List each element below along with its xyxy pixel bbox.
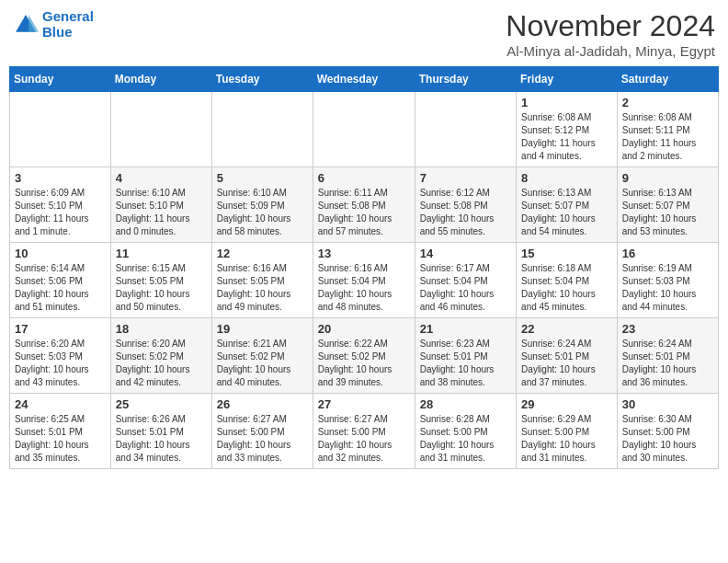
calendar-cell: 4Sunrise: 6:10 AM Sunset: 5:10 PM Daylig…: [110, 167, 211, 243]
day-number: 24: [15, 397, 106, 411]
day-info: Sunrise: 6:27 AM Sunset: 5:00 PM Dayligh…: [318, 413, 410, 465]
day-info: Sunrise: 6:08 AM Sunset: 5:11 PM Dayligh…: [622, 111, 713, 163]
calendar-cell: 25Sunrise: 6:26 AM Sunset: 5:01 PM Dayli…: [110, 394, 211, 469]
day-info: Sunrise: 6:15 AM Sunset: 5:05 PM Dayligh…: [116, 262, 207, 314]
calendar-cell: 6Sunrise: 6:11 AM Sunset: 5:08 PM Daylig…: [313, 167, 415, 243]
day-number: 21: [420, 322, 511, 336]
logo-line1: General: [42, 9, 94, 25]
calendar-cell: [211, 92, 313, 167]
calendar-cell: 17Sunrise: 6:20 AM Sunset: 5:03 PM Dayli…: [10, 318, 111, 394]
day-info: Sunrise: 6:26 AM Sunset: 5:01 PM Dayligh…: [116, 413, 207, 465]
calendar-cell: 10Sunrise: 6:14 AM Sunset: 5:06 PM Dayli…: [10, 243, 111, 318]
day-number: 2: [622, 96, 713, 109]
calendar-week-row: 3Sunrise: 6:09 AM Sunset: 5:10 PM Daylig…: [10, 167, 719, 243]
day-number: 23: [622, 322, 713, 336]
day-info: Sunrise: 6:16 AM Sunset: 5:05 PM Dayligh…: [217, 262, 308, 314]
day-info: Sunrise: 6:25 AM Sunset: 5:01 PM Dayligh…: [15, 413, 106, 465]
day-info: Sunrise: 6:22 AM Sunset: 5:02 PM Dayligh…: [318, 338, 410, 389]
location-title: Al-Minya al-Jadidah, Minya, Egypt: [506, 43, 715, 59]
day-number: 3: [15, 171, 106, 185]
day-info: Sunrise: 6:09 AM Sunset: 5:10 PM Dayligh…: [15, 187, 106, 238]
day-info: Sunrise: 6:29 AM Sunset: 5:00 PM Dayligh…: [521, 413, 612, 465]
day-info: Sunrise: 6:14 AM Sunset: 5:06 PM Dayligh…: [15, 262, 106, 314]
day-number: 16: [622, 247, 713, 260]
calendar-cell: [313, 92, 415, 167]
day-info: Sunrise: 6:10 AM Sunset: 5:09 PM Dayligh…: [217, 187, 308, 238]
day-number: 14: [420, 247, 511, 260]
day-info: Sunrise: 6:28 AM Sunset: 5:00 PM Dayligh…: [420, 413, 511, 465]
weekday-header-tuesday: Tuesday: [211, 67, 313, 92]
calendar-cell: 9Sunrise: 6:13 AM Sunset: 5:07 PM Daylig…: [617, 167, 718, 243]
day-number: 7: [420, 171, 511, 185]
day-number: 20: [318, 322, 410, 336]
calendar-cell: 16Sunrise: 6:19 AM Sunset: 5:03 PM Dayli…: [617, 243, 718, 318]
calendar-cell: 18Sunrise: 6:20 AM Sunset: 5:02 PM Dayli…: [110, 318, 211, 394]
day-info: Sunrise: 6:11 AM Sunset: 5:08 PM Dayligh…: [318, 187, 410, 238]
calendar-cell: 27Sunrise: 6:27 AM Sunset: 5:00 PM Dayli…: [313, 394, 415, 469]
calendar-cell: 29Sunrise: 6:29 AM Sunset: 5:00 PM Dayli…: [517, 394, 618, 469]
day-number: 1: [521, 96, 612, 109]
day-number: 4: [116, 171, 207, 185]
day-number: 19: [217, 322, 308, 336]
weekday-header-row: SundayMondayTuesdayWednesdayThursdayFrid…: [10, 67, 719, 92]
day-info: Sunrise: 6:20 AM Sunset: 5:02 PM Dayligh…: [116, 338, 207, 389]
day-number: 30: [622, 397, 713, 411]
calendar-cell: 23Sunrise: 6:24 AM Sunset: 5:01 PM Dayli…: [617, 318, 718, 394]
day-info: Sunrise: 6:24 AM Sunset: 5:01 PM Dayligh…: [521, 338, 612, 389]
day-number: 11: [116, 247, 207, 260]
calendar-cell: 11Sunrise: 6:15 AM Sunset: 5:05 PM Dayli…: [110, 243, 211, 318]
day-info: Sunrise: 6:30 AM Sunset: 5:00 PM Dayligh…: [622, 413, 713, 465]
calendar-week-row: 10Sunrise: 6:14 AM Sunset: 5:06 PM Dayli…: [10, 243, 719, 318]
title-block: November 2024 Al-Minya al-Jadidah, Minya…: [506, 9, 715, 59]
calendar-cell: 15Sunrise: 6:18 AM Sunset: 5:04 PM Dayli…: [517, 243, 618, 318]
calendar-week-row: 17Sunrise: 6:20 AM Sunset: 5:03 PM Dayli…: [10, 318, 719, 394]
day-number: 9: [622, 171, 713, 185]
calendar-cell: [110, 92, 211, 167]
logo: General Blue: [13, 9, 94, 40]
day-number: 12: [217, 247, 308, 260]
day-number: 29: [521, 397, 612, 411]
calendar-cell: 26Sunrise: 6:27 AM Sunset: 5:00 PM Dayli…: [211, 394, 313, 469]
calendar-cell: [10, 92, 111, 167]
calendar-cell: 1Sunrise: 6:08 AM Sunset: 5:12 PM Daylig…: [517, 92, 618, 167]
day-info: Sunrise: 6:17 AM Sunset: 5:04 PM Dayligh…: [420, 262, 511, 314]
day-info: Sunrise: 6:19 AM Sunset: 5:03 PM Dayligh…: [622, 262, 713, 314]
day-number: 6: [318, 171, 410, 185]
day-info: Sunrise: 6:10 AM Sunset: 5:10 PM Dayligh…: [116, 187, 207, 238]
day-number: 8: [521, 171, 612, 185]
day-info: Sunrise: 6:08 AM Sunset: 5:12 PM Dayligh…: [521, 111, 612, 163]
weekday-header-sunday: Sunday: [10, 67, 111, 92]
calendar-cell: [415, 92, 516, 167]
day-info: Sunrise: 6:24 AM Sunset: 5:01 PM Dayligh…: [622, 338, 713, 389]
day-info: Sunrise: 6:23 AM Sunset: 5:01 PM Dayligh…: [420, 338, 511, 389]
calendar-cell: 7Sunrise: 6:12 AM Sunset: 5:08 PM Daylig…: [415, 167, 516, 243]
weekday-header-monday: Monday: [110, 67, 211, 92]
calendar-cell: 8Sunrise: 6:13 AM Sunset: 5:07 PM Daylig…: [517, 167, 618, 243]
calendar-week-row: 1Sunrise: 6:08 AM Sunset: 5:12 PM Daylig…: [10, 92, 719, 167]
day-info: Sunrise: 6:21 AM Sunset: 5:02 PM Dayligh…: [217, 338, 308, 389]
calendar-cell: 30Sunrise: 6:30 AM Sunset: 5:00 PM Dayli…: [617, 394, 718, 469]
weekday-header-friday: Friday: [517, 67, 618, 92]
calendar-cell: 12Sunrise: 6:16 AM Sunset: 5:05 PM Dayli…: [211, 243, 313, 318]
day-number: 28: [420, 397, 511, 411]
day-number: 26: [217, 397, 308, 411]
calendar-cell: 19Sunrise: 6:21 AM Sunset: 5:02 PM Dayli…: [211, 318, 313, 394]
day-info: Sunrise: 6:13 AM Sunset: 5:07 PM Dayligh…: [521, 187, 612, 238]
day-number: 18: [116, 322, 207, 336]
calendar-cell: 2Sunrise: 6:08 AM Sunset: 5:11 PM Daylig…: [617, 92, 718, 167]
day-info: Sunrise: 6:13 AM Sunset: 5:07 PM Dayligh…: [622, 187, 713, 238]
calendar-table: SundayMondayTuesdayWednesdayThursdayFrid…: [9, 66, 719, 469]
day-number: 13: [318, 247, 410, 260]
day-info: Sunrise: 6:18 AM Sunset: 5:04 PM Dayligh…: [521, 262, 612, 314]
day-number: 15: [521, 247, 612, 260]
weekday-header-saturday: Saturday: [617, 67, 718, 92]
month-title: November 2024: [506, 9, 715, 43]
calendar-cell: 3Sunrise: 6:09 AM Sunset: 5:10 PM Daylig…: [10, 167, 111, 243]
calendar-week-row: 24Sunrise: 6:25 AM Sunset: 5:01 PM Dayli…: [10, 394, 719, 469]
logo-line2: Blue: [42, 25, 94, 40]
calendar-cell: 24Sunrise: 6:25 AM Sunset: 5:01 PM Dayli…: [10, 394, 111, 469]
day-number: 25: [116, 397, 207, 411]
calendar-cell: 5Sunrise: 6:10 AM Sunset: 5:09 PM Daylig…: [211, 167, 313, 243]
logo-icon: [13, 12, 39, 38]
calendar-cell: 20Sunrise: 6:22 AM Sunset: 5:02 PM Dayli…: [313, 318, 415, 394]
